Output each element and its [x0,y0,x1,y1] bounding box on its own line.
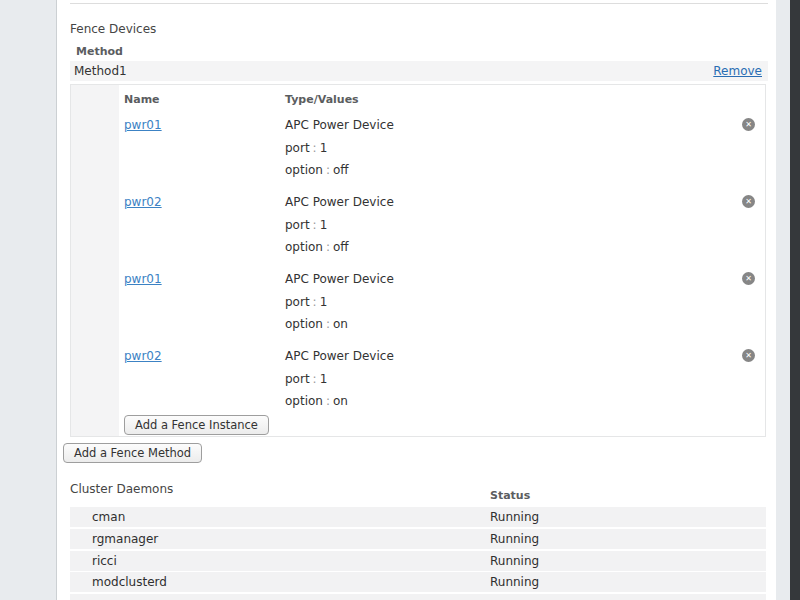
fence-instance-row: pwr01 APC Power Device port:1 option:off… [71,118,765,178]
attr-value: on [333,394,348,408]
attr-separator: : [310,141,320,155]
attr-value: 1 [320,141,328,155]
daemon-status: Running [490,532,539,546]
fence-instance-link[interactable]: pwr02 [124,195,162,209]
add-fence-instance-button[interactable]: Add a Fence Instance [124,415,269,435]
cluster-daemons-title: Cluster Daemons [70,482,173,496]
fence-instance-row: pwr02 APC Power Device port:1 option:off… [71,195,765,255]
attr-separator: : [310,295,320,309]
remove-instance-icon[interactable]: ✕ [742,118,755,131]
fence-instance-attr: option:off [285,240,349,254]
attr-separator: : [323,240,333,254]
attr-value: 1 [320,218,328,232]
fence-instance-row: pwr01 APC Power Device port:1 option:on … [71,272,765,332]
fence-instance-attr: port:1 [285,295,327,309]
daemon-name: cman [92,510,125,524]
daemon-row: modclusterd Running [70,572,766,592]
fence-instance-attr: port:1 [285,141,327,155]
attr-separator: : [323,163,333,177]
method-column-header: Method [76,45,123,58]
fence-instances-table: Name Type/Values pwr01 APC Power Device … [70,84,766,437]
fence-instance-attr: port:1 [285,218,327,232]
daemon-status: Running [490,554,539,568]
fence-instance-link[interactable]: pwr01 [124,118,162,132]
instances-type-header: Type/Values [285,93,359,106]
remove-instance-icon[interactable]: ✕ [742,349,755,362]
attr-separator: : [310,372,320,386]
daemon-name: modclusterd [92,575,167,589]
attr-value: 1 [320,372,328,386]
fence-instance-attr: option:on [285,317,348,331]
attr-key: port [285,218,310,232]
fence-method-row: Method1 Remove [70,61,768,81]
scrollbar-track[interactable] [776,0,790,600]
status-column-header: Status [490,489,530,502]
attr-key: option [285,163,323,177]
remove-method-link[interactable]: Remove [713,64,762,78]
cluster-node-page: Fence Devices Method Method1 Remove Name… [0,0,800,600]
attr-key: option [285,240,323,254]
attr-separator: : [323,394,333,408]
attr-value: off [333,163,349,177]
left-panel-background [0,0,57,600]
attr-key: port [285,372,310,386]
fence-devices-title: Fence Devices [70,22,156,36]
fence-instance-type: APC Power Device [285,118,394,132]
fence-instance-row: pwr02 APC Power Device port:1 option:on … [71,349,765,409]
remove-instance-icon[interactable]: ✕ [742,195,755,208]
fence-instance-link[interactable]: pwr01 [124,272,162,286]
fence-instance-link[interactable]: pwr02 [124,349,162,363]
add-fence-method-button[interactable]: Add a Fence Method [63,443,202,463]
daemon-row-partial [70,594,766,600]
window-edge [790,0,800,600]
daemon-status: Running [490,575,539,589]
attr-key: option [285,394,323,408]
daemon-name: rgmanager [92,532,158,546]
attr-value: on [333,317,348,331]
daemon-status: Running [490,510,539,524]
fence-instance-attr: option:on [285,394,348,408]
daemon-row: rgmanager Running [70,529,766,549]
daemon-name: ricci [92,554,117,568]
daemon-row: ricci Running [70,551,766,571]
attr-separator: : [310,218,320,232]
attr-value: off [333,240,349,254]
attr-key: port [285,295,310,309]
remove-instance-icon[interactable]: ✕ [742,272,755,285]
instances-name-header: Name [124,93,160,106]
attr-key: port [285,141,310,155]
fence-instance-type: APC Power Device [285,272,394,286]
fence-instance-attr: option:off [285,163,349,177]
attr-key: option [285,317,323,331]
daemon-row: cman Running [70,507,766,527]
fence-instance-type: APC Power Device [285,349,394,363]
fence-instance-type: APC Power Device [285,195,394,209]
fence-method-name: Method1 [74,64,127,78]
attr-separator: : [323,317,333,331]
section-divider [70,3,768,4]
fence-instance-attr: port:1 [285,372,327,386]
attr-value: 1 [320,295,328,309]
